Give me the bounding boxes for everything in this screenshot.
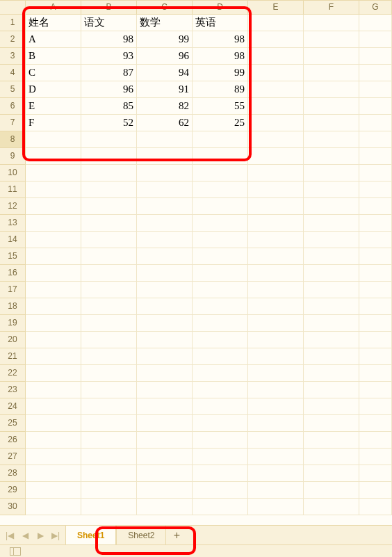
column-header-F[interactable]: F bbox=[304, 1, 359, 14]
add-sheet-button[interactable]: + bbox=[165, 526, 187, 544]
cell[interactable] bbox=[248, 98, 304, 114]
cell[interactable] bbox=[359, 415, 392, 431]
cell[interactable] bbox=[26, 499, 81, 515]
row-header-29[interactable]: 29 bbox=[0, 482, 26, 499]
row-header-20[interactable]: 20 bbox=[0, 332, 26, 348]
cell[interactable] bbox=[359, 148, 392, 164]
cell[interactable] bbox=[193, 499, 248, 515]
row-header-17[interactable]: 17 bbox=[0, 282, 26, 298]
cell[interactable] bbox=[137, 348, 193, 364]
cell[interactable]: 87 bbox=[81, 65, 137, 81]
cell[interactable] bbox=[193, 315, 248, 331]
cell[interactable] bbox=[137, 198, 193, 214]
cell[interactable] bbox=[26, 248, 81, 264]
column-header-A[interactable]: A bbox=[26, 1, 81, 14]
cell[interactable]: 91 bbox=[137, 81, 193, 97]
cell[interactable] bbox=[248, 198, 304, 214]
cell[interactable]: F bbox=[26, 115, 81, 131]
cell[interactable] bbox=[304, 232, 359, 248]
cell[interactable] bbox=[193, 415, 248, 431]
cell[interactable] bbox=[304, 31, 359, 47]
row-header-23[interactable]: 23 bbox=[0, 382, 26, 398]
cell[interactable]: 52 bbox=[81, 115, 137, 131]
cell[interactable]: 98 bbox=[81, 31, 137, 47]
cell[interactable]: 姓名 bbox=[26, 15, 81, 31]
cell[interactable] bbox=[81, 449, 137, 465]
row-header-11[interactable]: 11 bbox=[0, 181, 26, 198]
row-header-6[interactable]: 6 bbox=[0, 98, 26, 115]
cell[interactable] bbox=[137, 449, 193, 465]
cell[interactable]: 55 bbox=[193, 98, 248, 114]
cell[interactable] bbox=[304, 198, 359, 214]
cell[interactable] bbox=[248, 499, 304, 515]
cell[interactable] bbox=[81, 482, 137, 498]
cell[interactable] bbox=[26, 232, 81, 248]
cell[interactable] bbox=[81, 432, 137, 448]
cell[interactable] bbox=[193, 348, 248, 364]
row-header-22[interactable]: 22 bbox=[0, 365, 26, 382]
cell[interactable] bbox=[137, 398, 193, 414]
cell[interactable] bbox=[26, 482, 81, 498]
cell[interactable] bbox=[304, 465, 359, 481]
cell[interactable] bbox=[193, 432, 248, 448]
column-header-D[interactable]: D bbox=[193, 1, 248, 14]
cell[interactable] bbox=[248, 415, 304, 431]
cell[interactable] bbox=[137, 365, 193, 381]
cell[interactable] bbox=[304, 282, 359, 298]
column-header-C[interactable]: C bbox=[137, 1, 193, 14]
cell[interactable] bbox=[304, 48, 359, 64]
cell[interactable] bbox=[248, 232, 304, 248]
nav-last-icon[interactable]: ▶| bbox=[49, 527, 63, 544]
tab-sheet2[interactable]: Sheet2 bbox=[116, 526, 165, 544]
cell[interactable] bbox=[193, 215, 248, 231]
cell[interactable] bbox=[81, 232, 137, 248]
cell[interactable] bbox=[137, 282, 193, 298]
cell[interactable] bbox=[359, 398, 392, 414]
row-header-7[interactable]: 7 bbox=[0, 115, 26, 131]
nav-first-icon[interactable]: |◀ bbox=[3, 527, 17, 544]
row-header-3[interactable]: 3 bbox=[0, 48, 26, 65]
cell[interactable] bbox=[304, 131, 359, 147]
cell[interactable] bbox=[248, 298, 304, 314]
cell[interactable] bbox=[304, 65, 359, 81]
cell[interactable] bbox=[359, 365, 392, 381]
cell[interactable] bbox=[81, 298, 137, 314]
cell-grid[interactable]: 姓名语文数学英语A989998B939698C879499D969189E858… bbox=[26, 15, 392, 513]
cell[interactable] bbox=[193, 282, 248, 298]
cell[interactable] bbox=[137, 181, 193, 197]
row-header-15[interactable]: 15 bbox=[0, 248, 26, 265]
row-header-12[interactable]: 12 bbox=[0, 198, 26, 215]
cell[interactable]: 98 bbox=[193, 31, 248, 47]
cell[interactable] bbox=[193, 181, 248, 197]
cell[interactable] bbox=[359, 382, 392, 398]
row-header-5[interactable]: 5 bbox=[0, 81, 26, 98]
row-header-18[interactable]: 18 bbox=[0, 298, 26, 315]
cell[interactable] bbox=[193, 131, 248, 147]
cell[interactable]: D bbox=[26, 81, 81, 97]
cell[interactable] bbox=[26, 449, 81, 465]
column-header-G[interactable]: G bbox=[359, 1, 392, 14]
cell[interactable] bbox=[26, 298, 81, 314]
cell[interactable]: 99 bbox=[137, 31, 193, 47]
cell[interactable] bbox=[26, 131, 81, 147]
cell[interactable] bbox=[359, 15, 392, 31]
cell[interactable] bbox=[81, 415, 137, 431]
cell[interactable] bbox=[359, 265, 392, 281]
cell[interactable] bbox=[248, 365, 304, 381]
row-header-30[interactable]: 30 bbox=[0, 499, 26, 515]
cell[interactable] bbox=[193, 148, 248, 164]
cell[interactable] bbox=[26, 332, 81, 348]
cell[interactable] bbox=[304, 432, 359, 448]
row-header-10[interactable]: 10 bbox=[0, 165, 26, 181]
cell[interactable] bbox=[248, 332, 304, 348]
row-header-24[interactable]: 24 bbox=[0, 398, 26, 415]
cell[interactable] bbox=[26, 148, 81, 164]
cell[interactable] bbox=[248, 148, 304, 164]
row-header-28[interactable]: 28 bbox=[0, 465, 26, 482]
cell[interactable] bbox=[137, 382, 193, 398]
cell[interactable] bbox=[81, 348, 137, 364]
cell[interactable] bbox=[193, 449, 248, 465]
cell[interactable] bbox=[137, 232, 193, 248]
cell[interactable] bbox=[304, 265, 359, 281]
cell[interactable] bbox=[304, 148, 359, 164]
